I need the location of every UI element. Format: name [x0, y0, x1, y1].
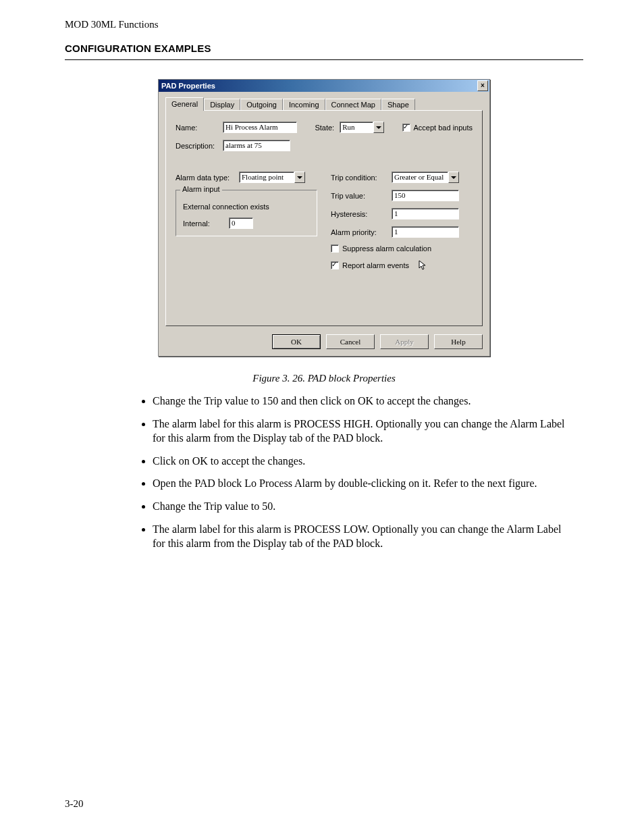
close-icon[interactable]: ×	[477, 80, 488, 91]
figure-caption: Figure 3. 26. PAD block Properties	[65, 373, 583, 384]
trip-condition-combo[interactable]: Greater or Equal	[392, 172, 459, 183]
checkbox-icon	[402, 124, 410, 132]
description-field[interactable]: alarms at 75	[223, 140, 290, 151]
suppress-alarm-checkbox[interactable]: Suppress alarm calculation	[331, 244, 431, 253]
alarm-data-type-combo[interactable]: Floating point	[239, 172, 305, 183]
state-field[interactable]: Run	[340, 122, 373, 133]
tab-connect-map[interactable]: Connect Map	[325, 99, 381, 111]
tab-general[interactable]: General	[165, 97, 204, 111]
figure-caption-text: PAD block Properties	[308, 373, 396, 384]
dialog-titlebar[interactable]: PAD Properties ×	[159, 80, 489, 92]
trip-condition-field[interactable]: Greater or Equal	[392, 172, 448, 183]
name-field[interactable]: Hi Process Alarm	[223, 122, 297, 133]
chevron-down-icon[interactable]	[373, 122, 384, 133]
list-item: Open the PAD block Lo Process Alarm by d…	[153, 476, 583, 491]
tab-outgoing[interactable]: Outgoing	[240, 99, 283, 111]
internal-field[interactable]: 0	[229, 217, 253, 229]
hysteresis-field[interactable]: 1	[392, 208, 459, 219]
alarm-input-group: Alarm input External connection exists I…	[176, 190, 317, 236]
instruction-list: Change the Trip value to 150 and then cl…	[65, 394, 583, 551]
alarm-input-legend: Alarm input	[180, 185, 222, 193]
report-label: Report alarm events	[342, 261, 409, 269]
chevron-down-icon[interactable]	[448, 172, 459, 183]
label-hysteresis: Hysteresis:	[331, 210, 386, 218]
accept-bad-inputs-checkbox[interactable]: Accept bad inputs	[402, 124, 473, 132]
figure-caption-prefix: Figure 3. 26.	[252, 373, 308, 384]
cancel-button[interactable]: Cancel	[326, 334, 375, 349]
label-alarm-data-type: Alarm data type:	[176, 174, 234, 182]
section-rule	[65, 59, 583, 60]
label-trip-value: Trip value:	[331, 192, 386, 200]
dialog-title: PAD Properties	[161, 82, 215, 90]
suppress-label: Suppress alarm calculation	[342, 244, 431, 253]
checkbox-icon	[331, 261, 339, 269]
alarm-data-type-field[interactable]: Floating point	[239, 172, 294, 183]
running-head: MOD 30ML Functions	[65, 19, 583, 30]
section-title: CONFIGURATION EXAMPLES	[65, 43, 583, 54]
tab-panel-general: Name: Hi Process Alarm State: Run	[165, 110, 483, 326]
pad-properties-dialog: PAD Properties × General Display Outgoin…	[158, 79, 490, 357]
tab-incoming[interactable]: Incoming	[283, 99, 325, 111]
label-alarm-priority: Alarm priority:	[331, 228, 386, 236]
list-item: The alarm label for this alarm is PROCES…	[153, 417, 583, 446]
page-number: 3-20	[65, 798, 84, 810]
label-trip-condition: Trip condition:	[331, 174, 386, 182]
cursor-arrow-icon	[419, 260, 428, 272]
label-description: Description:	[176, 142, 217, 150]
list-item: Click on OK to accept the changes.	[153, 454, 583, 469]
report-alarm-events-checkbox[interactable]: Report alarm events	[331, 261, 409, 269]
label-name: Name:	[176, 124, 217, 132]
list-item: Change the Trip value to 150 and then cl…	[153, 394, 583, 409]
tab-display[interactable]: Display	[204, 99, 240, 111]
state-combo[interactable]: Run	[340, 122, 384, 133]
accept-bad-label: Accept bad inputs	[414, 124, 473, 132]
apply-button[interactable]: Apply	[380, 334, 429, 349]
help-button[interactable]: Help	[434, 334, 483, 349]
label-internal: Internal:	[183, 219, 223, 228]
dialog-actions: OK Cancel Apply Help	[165, 334, 483, 349]
chevron-down-icon[interactable]	[294, 172, 305, 183]
tab-shape[interactable]: Shape	[381, 99, 415, 111]
alarm-priority-field[interactable]: 1	[392, 226, 459, 238]
trip-value-field[interactable]: 150	[392, 190, 459, 201]
external-connection-text: External connection exists	[183, 203, 310, 211]
dialog-tabs: General Display Outgoing Incoming Connec…	[165, 97, 483, 111]
list-item: The alarm label for this alarm is PROCES…	[153, 522, 583, 551]
checkbox-icon	[331, 244, 339, 253]
list-item: Change the Trip value to 50.	[153, 499, 583, 514]
label-state: State:	[315, 124, 334, 132]
ok-button[interactable]: OK	[272, 334, 321, 349]
